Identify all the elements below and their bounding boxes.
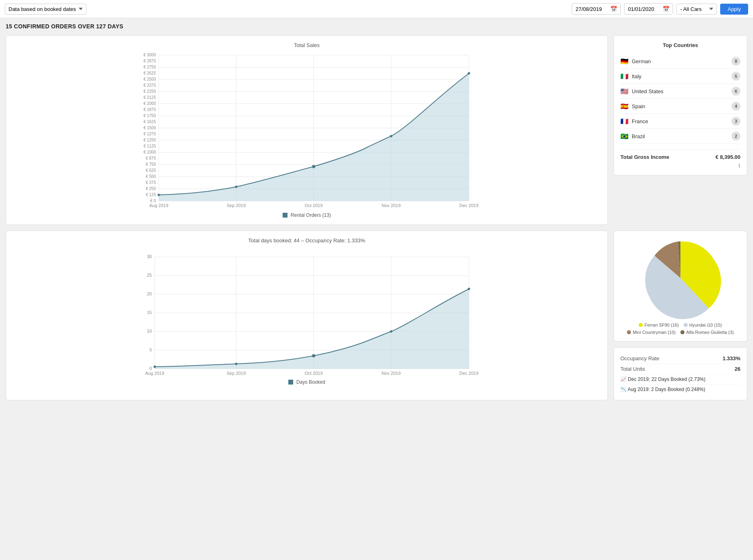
country-row-us: 🇺🇸 United States 6 — [620, 84, 740, 99]
svg-text:Sep 2019: Sep 2019 — [227, 371, 246, 376]
svg-text:Sep 2019: Sep 2019 — [227, 203, 246, 208]
svg-text:€ 2125: € 2125 — [144, 95, 156, 100]
svg-point-75 — [390, 330, 393, 333]
total-sales-svg: € 0 € 125 € 250 € 375 € 500 € 625 € 750 … — [13, 53, 601, 207]
svg-text:Oct 2019: Oct 2019 — [305, 371, 323, 376]
country-row-brazil: 🇧🇷 Brazil 2 — [620, 129, 740, 144]
date-to-wrapper[interactable]: 📅 — [624, 3, 673, 15]
aug-stat-label: Aug 2019: 2 Days Booked (0.248%) — [628, 387, 705, 392]
date-from-input[interactable] — [575, 6, 608, 12]
calendar-to-icon[interactable]: 📅 — [663, 6, 669, 12]
dec-stat-label: Dec 2019: 22 Days Booked (2.73%) — [628, 376, 705, 382]
svg-point-74 — [312, 354, 315, 357]
svg-point-45 — [312, 165, 315, 168]
svg-text:Oct 2019: Oct 2019 — [305, 203, 323, 208]
total-units-row: Total Units 26 — [620, 364, 740, 374]
svg-point-47 — [468, 72, 470, 75]
occupancy-rate-row: Occupancy Rate 1.333% — [620, 353, 740, 364]
rental-orders-legend-dot — [283, 213, 287, 218]
svg-text:€ 1750: € 1750 — [144, 113, 156, 118]
svg-text:30: 30 — [147, 254, 152, 259]
svg-point-46 — [390, 135, 393, 137]
days-booked-legend-dot — [288, 380, 293, 385]
svg-text:€ 250: € 250 — [146, 186, 156, 191]
ferrari-label: Ferrari SF90 (16) — [644, 323, 678, 327]
country-count-german: 8 — [732, 57, 740, 66]
svg-text:€ 2250: € 2250 — [144, 89, 156, 94]
country-count-brazil: 2 — [732, 132, 740, 141]
gross-income-row: Total Gross Income € 8,395.00 — [620, 150, 740, 160]
calendar-from-icon[interactable]: 📅 — [610, 6, 617, 12]
occupancy-label: Occupancy Rate — [620, 355, 659, 361]
info-icon-wrapper: ℹ — [620, 162, 740, 169]
total-sales-legend: Rental Orders (13) — [13, 212, 601, 218]
svg-text:Dec 2019: Dec 2019 — [459, 371, 478, 376]
top-countries-card: Top Countries 🇩🇪 German 8 🇮🇹 Italy 5 — [614, 35, 747, 175]
total-sales-chart-container: € 0 € 125 € 250 € 375 € 500 € 625 € 750 … — [13, 53, 601, 208]
alfa-label: Alfa Romeo Giulietta (3) — [686, 330, 734, 335]
svg-text:€ 875: € 875 — [146, 156, 156, 160]
country-count-us: 6 — [732, 87, 740, 96]
flag-france: 🇫🇷 — [620, 118, 629, 125]
page-content: 15 CONFIRMED ORDERS OVER 127 DAYS Total … — [0, 18, 753, 405]
total-units-value: 26 — [735, 366, 740, 372]
flag-us: 🇺🇸 — [620, 88, 629, 95]
country-count-italy: 5 — [732, 72, 740, 81]
pie-legend-hyundai: Hyundai i10 (15) — [684, 323, 722, 327]
data-filter-select[interactable]: Data based on booked dates — [5, 4, 86, 15]
pie-legend-ferrari: Ferrari SF90 (16) — [639, 323, 678, 327]
alfa-dot — [680, 330, 684, 334]
top-bar-right: 📅 📅 - All Cars Apply — [572, 3, 748, 15]
mini-dot — [627, 330, 631, 334]
pie-chart-svg — [640, 237, 721, 318]
svg-text:10: 10 — [147, 329, 152, 333]
svg-text:Nov 2019: Nov 2019 — [382, 203, 401, 208]
total-units-label: Total Units — [620, 366, 645, 372]
apply-button[interactable]: Apply — [720, 4, 748, 15]
svg-text:€ 1125: € 1125 — [144, 144, 156, 148]
flag-spain: 🇪🇸 — [620, 103, 629, 110]
hyundai-label: Hyundai i10 (15) — [689, 323, 722, 327]
svg-text:Aug 2019: Aug 2019 — [145, 371, 164, 376]
cars-filter-select[interactable]: - All Cars — [676, 4, 717, 15]
date-to-input[interactable] — [628, 6, 660, 12]
info-icon: ℹ — [738, 162, 740, 169]
svg-text:5: 5 — [149, 347, 152, 352]
gross-income-label: Total Gross Income — [620, 154, 669, 160]
stats-card: Occupancy Rate 1.333% Total Units 26 📈 D… — [614, 347, 747, 400]
flag-brazil: 🇧🇷 — [620, 133, 629, 140]
svg-text:15: 15 — [147, 310, 152, 315]
filter-dropdown-wrapper[interactable]: Data based on booked dates — [5, 4, 86, 15]
country-row-spain: 🇪🇸 Spain 4 — [620, 99, 740, 114]
pie-chart-card: Ferrari SF90 (16) Hyundai i10 (15) Mini … — [614, 231, 747, 342]
svg-text:€ 2875: € 2875 — [144, 59, 156, 63]
country-row-italy: 🇮🇹 Italy 5 — [620, 69, 740, 84]
days-booked-svg: 0 5 10 15 20 25 30 — [13, 248, 601, 374]
country-count-spain: 4 — [732, 102, 740, 111]
country-name-spain: Spain — [632, 103, 645, 109]
gross-income-value: € 8,395.00 — [716, 154, 740, 160]
svg-text:€ 0: € 0 — [150, 199, 156, 203]
svg-text:€ 1375: € 1375 — [144, 132, 156, 136]
pie-legend: Ferrari SF90 (16) Hyundai i10 (15) Mini … — [620, 323, 740, 335]
svg-text:Dec 2019: Dec 2019 — [459, 203, 478, 208]
flag-italy: 🇮🇹 — [620, 73, 629, 80]
svg-text:Nov 2019: Nov 2019 — [382, 371, 401, 376]
bottom-grid: Total days booked: 44 – Occupancy Rate: … — [6, 231, 747, 400]
svg-point-44 — [235, 186, 238, 188]
top-bar: Data based on booked dates 📅 📅 - All Car… — [0, 0, 753, 18]
main-grid: Total Sales € 0 € 125 € 250 € 375 € 500 … — [6, 35, 747, 225]
svg-text:€ 1875: € 1875 — [144, 107, 156, 112]
country-name-german: German — [632, 58, 651, 64]
svg-text:€ 625: € 625 — [146, 168, 156, 173]
country-count-france: 3 — [732, 117, 740, 126]
flag-german: 🇩🇪 — [620, 58, 629, 65]
date-from-wrapper[interactable]: 📅 — [572, 3, 621, 15]
country-row-france: 🇫🇷 France 3 — [620, 114, 740, 129]
aug-stat-row: 📉 Aug 2019: 2 Days Booked (0.248%) — [620, 385, 740, 394]
ferrari-dot — [639, 323, 643, 327]
country-name-france: France — [632, 118, 648, 124]
svg-text:€ 3000: € 3000 — [144, 53, 156, 57]
total-sales-chart-card: Total Sales € 0 € 125 € 250 € 375 € 500 … — [6, 35, 608, 225]
svg-text:€ 1250: € 1250 — [144, 138, 156, 142]
